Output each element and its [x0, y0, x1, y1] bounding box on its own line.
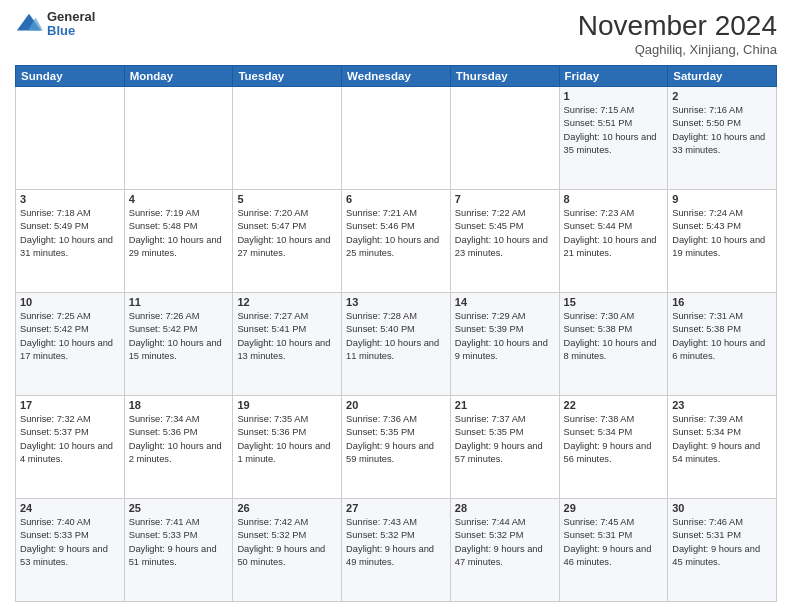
calendar-cell: 3Sunrise: 7:18 AM Sunset: 5:49 PM Daylig…: [16, 190, 125, 293]
calendar-cell: 4Sunrise: 7:19 AM Sunset: 5:48 PM Daylig…: [124, 190, 233, 293]
calendar-cell: 5Sunrise: 7:20 AM Sunset: 5:47 PM Daylig…: [233, 190, 342, 293]
logo-icon: [15, 10, 43, 38]
calendar-week-row: 1Sunrise: 7:15 AM Sunset: 5:51 PM Daylig…: [16, 87, 777, 190]
day-info: Sunrise: 7:29 AM Sunset: 5:39 PM Dayligh…: [455, 310, 555, 364]
day-info: Sunrise: 7:31 AM Sunset: 5:38 PM Dayligh…: [672, 310, 772, 364]
weekday-header: Wednesday: [342, 66, 451, 87]
day-info: Sunrise: 7:30 AM Sunset: 5:38 PM Dayligh…: [564, 310, 664, 364]
day-number: 3: [20, 193, 120, 205]
logo-text: General Blue: [47, 10, 95, 39]
day-number: 1: [564, 90, 664, 102]
calendar-cell: [124, 87, 233, 190]
calendar-cell: 21Sunrise: 7:37 AM Sunset: 5:35 PM Dayli…: [450, 396, 559, 499]
calendar-cell: 23Sunrise: 7:39 AM Sunset: 5:34 PM Dayli…: [668, 396, 777, 499]
day-number: 21: [455, 399, 555, 411]
weekday-header: Sunday: [16, 66, 125, 87]
day-info: Sunrise: 7:26 AM Sunset: 5:42 PM Dayligh…: [129, 310, 229, 364]
calendar-cell: 14Sunrise: 7:29 AM Sunset: 5:39 PM Dayli…: [450, 293, 559, 396]
day-info: Sunrise: 7:39 AM Sunset: 5:34 PM Dayligh…: [672, 413, 772, 467]
calendar-cell: 27Sunrise: 7:43 AM Sunset: 5:32 PM Dayli…: [342, 499, 451, 602]
day-number: 20: [346, 399, 446, 411]
calendar-cell: 29Sunrise: 7:45 AM Sunset: 5:31 PM Dayli…: [559, 499, 668, 602]
day-info: Sunrise: 7:23 AM Sunset: 5:44 PM Dayligh…: [564, 207, 664, 261]
calendar-cell: 13Sunrise: 7:28 AM Sunset: 5:40 PM Dayli…: [342, 293, 451, 396]
calendar-cell: 18Sunrise: 7:34 AM Sunset: 5:36 PM Dayli…: [124, 396, 233, 499]
weekday-header: Thursday: [450, 66, 559, 87]
page: General Blue November 2024 Qaghiliq, Xin…: [0, 0, 792, 612]
day-info: Sunrise: 7:28 AM Sunset: 5:40 PM Dayligh…: [346, 310, 446, 364]
day-number: 12: [237, 296, 337, 308]
calendar-cell: 26Sunrise: 7:42 AM Sunset: 5:32 PM Dayli…: [233, 499, 342, 602]
logo: General Blue: [15, 10, 95, 39]
day-info: Sunrise: 7:27 AM Sunset: 5:41 PM Dayligh…: [237, 310, 337, 364]
day-info: Sunrise: 7:45 AM Sunset: 5:31 PM Dayligh…: [564, 516, 664, 570]
calendar-cell: 1Sunrise: 7:15 AM Sunset: 5:51 PM Daylig…: [559, 87, 668, 190]
day-info: Sunrise: 7:44 AM Sunset: 5:32 PM Dayligh…: [455, 516, 555, 570]
calendar-cell: 15Sunrise: 7:30 AM Sunset: 5:38 PM Dayli…: [559, 293, 668, 396]
calendar-cell: 22Sunrise: 7:38 AM Sunset: 5:34 PM Dayli…: [559, 396, 668, 499]
calendar-cell: 28Sunrise: 7:44 AM Sunset: 5:32 PM Dayli…: [450, 499, 559, 602]
day-info: Sunrise: 7:46 AM Sunset: 5:31 PM Dayligh…: [672, 516, 772, 570]
calendar-cell: 6Sunrise: 7:21 AM Sunset: 5:46 PM Daylig…: [342, 190, 451, 293]
day-info: Sunrise: 7:40 AM Sunset: 5:33 PM Dayligh…: [20, 516, 120, 570]
day-number: 14: [455, 296, 555, 308]
title-block: November 2024 Qaghiliq, Xinjiang, China: [578, 10, 777, 57]
day-number: 19: [237, 399, 337, 411]
calendar-cell: 30Sunrise: 7:46 AM Sunset: 5:31 PM Dayli…: [668, 499, 777, 602]
day-number: 2: [672, 90, 772, 102]
weekday-header: Saturday: [668, 66, 777, 87]
day-info: Sunrise: 7:24 AM Sunset: 5:43 PM Dayligh…: [672, 207, 772, 261]
calendar-week-row: 10Sunrise: 7:25 AM Sunset: 5:42 PM Dayli…: [16, 293, 777, 396]
day-number: 23: [672, 399, 772, 411]
day-number: 6: [346, 193, 446, 205]
calendar-cell: 7Sunrise: 7:22 AM Sunset: 5:45 PM Daylig…: [450, 190, 559, 293]
calendar-cell: 8Sunrise: 7:23 AM Sunset: 5:44 PM Daylig…: [559, 190, 668, 293]
day-number: 9: [672, 193, 772, 205]
calendar-cell: 2Sunrise: 7:16 AM Sunset: 5:50 PM Daylig…: [668, 87, 777, 190]
weekday-header: Tuesday: [233, 66, 342, 87]
weekday-header: Monday: [124, 66, 233, 87]
day-number: 16: [672, 296, 772, 308]
day-number: 13: [346, 296, 446, 308]
calendar-week-row: 24Sunrise: 7:40 AM Sunset: 5:33 PM Dayli…: [16, 499, 777, 602]
day-number: 18: [129, 399, 229, 411]
day-info: Sunrise: 7:32 AM Sunset: 5:37 PM Dayligh…: [20, 413, 120, 467]
day-number: 10: [20, 296, 120, 308]
calendar-cell: 10Sunrise: 7:25 AM Sunset: 5:42 PM Dayli…: [16, 293, 125, 396]
day-number: 17: [20, 399, 120, 411]
calendar-cell: 11Sunrise: 7:26 AM Sunset: 5:42 PM Dayli…: [124, 293, 233, 396]
day-number: 24: [20, 502, 120, 514]
day-info: Sunrise: 7:20 AM Sunset: 5:47 PM Dayligh…: [237, 207, 337, 261]
day-info: Sunrise: 7:41 AM Sunset: 5:33 PM Dayligh…: [129, 516, 229, 570]
weekday-row: SundayMondayTuesdayWednesdayThursdayFrid…: [16, 66, 777, 87]
day-number: 28: [455, 502, 555, 514]
logo-blue: Blue: [47, 24, 95, 38]
day-info: Sunrise: 7:25 AM Sunset: 5:42 PM Dayligh…: [20, 310, 120, 364]
calendar-cell: [450, 87, 559, 190]
location: Qaghiliq, Xinjiang, China: [578, 42, 777, 57]
day-info: Sunrise: 7:35 AM Sunset: 5:36 PM Dayligh…: [237, 413, 337, 467]
logo-general: General: [47, 10, 95, 24]
day-number: 22: [564, 399, 664, 411]
calendar: SundayMondayTuesdayWednesdayThursdayFrid…: [15, 65, 777, 602]
day-number: 7: [455, 193, 555, 205]
calendar-week-row: 17Sunrise: 7:32 AM Sunset: 5:37 PM Dayli…: [16, 396, 777, 499]
day-info: Sunrise: 7:34 AM Sunset: 5:36 PM Dayligh…: [129, 413, 229, 467]
calendar-cell: 9Sunrise: 7:24 AM Sunset: 5:43 PM Daylig…: [668, 190, 777, 293]
day-number: 26: [237, 502, 337, 514]
day-number: 30: [672, 502, 772, 514]
calendar-cell: 24Sunrise: 7:40 AM Sunset: 5:33 PM Dayli…: [16, 499, 125, 602]
calendar-cell: 12Sunrise: 7:27 AM Sunset: 5:41 PM Dayli…: [233, 293, 342, 396]
day-info: Sunrise: 7:18 AM Sunset: 5:49 PM Dayligh…: [20, 207, 120, 261]
day-number: 8: [564, 193, 664, 205]
day-number: 15: [564, 296, 664, 308]
day-number: 29: [564, 502, 664, 514]
weekday-header: Friday: [559, 66, 668, 87]
day-info: Sunrise: 7:37 AM Sunset: 5:35 PM Dayligh…: [455, 413, 555, 467]
month-title: November 2024: [578, 10, 777, 42]
calendar-cell: 17Sunrise: 7:32 AM Sunset: 5:37 PM Dayli…: [16, 396, 125, 499]
calendar-cell: [233, 87, 342, 190]
day-info: Sunrise: 7:38 AM Sunset: 5:34 PM Dayligh…: [564, 413, 664, 467]
day-number: 5: [237, 193, 337, 205]
day-number: 11: [129, 296, 229, 308]
